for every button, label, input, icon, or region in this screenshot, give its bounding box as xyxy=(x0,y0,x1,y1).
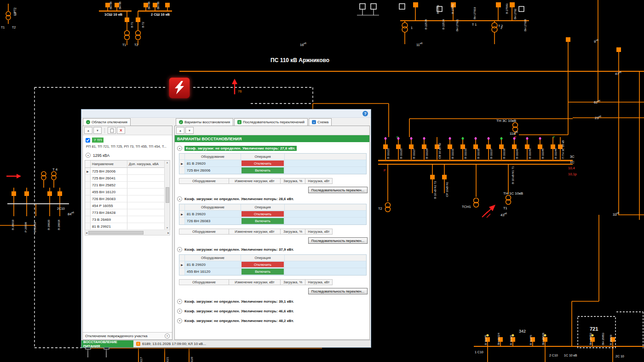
operations-table: ОборудованиеОперация▶81 В 29920Отключить… xyxy=(179,254,367,276)
switch-off-action[interactable]: Отключить xyxy=(242,161,284,166)
direction-row[interactable]: 455 ВН 16120 xyxy=(85,189,170,195)
hscroll-thumb[interactable] xyxy=(88,231,144,235)
restoration-dialog: ? • Области отключения ✓ Варианты восста… xyxy=(81,109,371,348)
load-column-header: Нагрузка, кВт xyxy=(305,280,332,285)
switching-sequence-button[interactable]: Последовательность переключ... xyxy=(308,288,368,294)
switch-on-action[interactable]: Включить xyxy=(242,218,284,224)
list-icon: ≡ xyxy=(237,120,242,124)
restoration-variant: ▼Коэф. загрузки: не определен. Увеличени… xyxy=(175,309,369,314)
outage-area-checkbox[interactable] xyxy=(86,138,90,143)
options-up-button[interactable]: ▲ xyxy=(176,127,184,134)
options-toolbar: ▲ ▼ xyxy=(175,126,369,135)
delete-icon[interactable]: × xyxy=(117,127,125,134)
operation-row[interactable]: 726 ВН 26083Включить xyxy=(179,218,366,224)
expand-variant-icon[interactable]: ▼ xyxy=(177,318,182,323)
outage-area-description: РП 81, ТП 721, ТП 725, РП 73, ТП 455, ТП… xyxy=(86,144,170,149)
expand-variant-icon[interactable]: ▼ xyxy=(177,299,182,304)
load-column-header: Изменение нагрузки, кВт xyxy=(229,229,281,234)
dialog-titlebar: ? xyxy=(81,109,371,118)
collapse-variant-icon[interactable]: ▲ xyxy=(177,196,182,201)
operation-row[interactable]: ▶81 В 29920Отключить xyxy=(179,160,366,167)
expand-variant-icon[interactable]: ▼ xyxy=(177,309,182,314)
tab-restoration-options[interactable]: ✓ Варианты восстановления xyxy=(176,118,233,126)
direction-row[interactable]: 726 ВН 26083 xyxy=(85,195,170,202)
direction-row[interactable]: 721 ВН 25852 xyxy=(85,182,170,189)
switch-off-action[interactable]: Отключить xyxy=(242,262,284,267)
vertical-scrollbar[interactable]: ▲ ▼ xyxy=(164,161,170,230)
scroll-right-icon[interactable]: ▶ xyxy=(167,231,169,234)
capacity-row: ▲ 1295 кВА xyxy=(86,153,172,158)
variant-title[interactable]: Коэф. загрузки: не определен. Увеличение… xyxy=(184,197,294,201)
direction-row[interactable]: ▶725 ВН 26006 xyxy=(85,168,170,175)
tab-switching-sequence-label: Последовательность переключений xyxy=(243,120,305,124)
operation-row[interactable]: ▶81 В 29920Отключить xyxy=(179,261,366,268)
variant-title[interactable]: Коэф. загрузки: не определен. Увеличение… xyxy=(184,299,294,304)
variant-title[interactable]: Коэф. загрузки: не определен. Увеличение… xyxy=(184,309,294,313)
move-down-button[interactable]: ▼ xyxy=(93,127,102,134)
variant-title[interactable]: Коэф. загрузки: не определен. Увеличение… xyxy=(184,247,294,252)
status-bar: ВОССТАНОВЛЕНИЕ ПИТАНИЯ ! 6189; 13.01.202… xyxy=(81,340,371,347)
operation-row[interactable]: 455 ВН 16120Включить xyxy=(179,268,366,275)
direction-row[interactable]: 73 В 26469 xyxy=(85,216,170,223)
variant-title[interactable]: Коэф. загрузки: не определен. Увеличение… xyxy=(184,319,294,323)
load-column-header: Доп. нагрузка, кВА xyxy=(127,161,164,167)
move-up-button[interactable]: ▲ xyxy=(84,127,92,134)
expand-footer-icon[interactable]: ▼ xyxy=(165,333,170,339)
load-column-header: Оборудование xyxy=(179,280,229,285)
tab-scheme[interactable]: + Схема xyxy=(309,118,332,126)
restoration-variant: ▲Коэф. загрузки: не определен. Увеличени… xyxy=(175,146,369,193)
panel-footer: Отключение поврежденного участка ▼ xyxy=(83,332,172,339)
switching-sequence-button[interactable]: Последовательность переключ... xyxy=(308,237,368,244)
direction-row[interactable]: 454 Р 16055 xyxy=(85,202,170,209)
screen: ШРТ2Т1Т2ВН 88ВН 88ВН 88ВН 881СШ 10 кВ2 С… xyxy=(0,0,644,362)
directions-table: Направление Доп. нагрузка, кВА ▶725 ВН 2… xyxy=(85,160,170,230)
copy-icon[interactable] xyxy=(108,127,116,134)
switch-on-action[interactable]: Включить xyxy=(242,167,284,173)
options-down-button[interactable]: ▼ xyxy=(185,127,194,134)
direction-row[interactable]: 81 В 29921 xyxy=(85,223,170,230)
direction-row[interactable]: 725 ВН 26041 xyxy=(85,175,170,182)
tab-scheme-label: Схема xyxy=(317,120,328,124)
collapse-variant-icon[interactable]: ▲ xyxy=(177,146,182,151)
restoration-options-panel: ▲ ▼ ВАРИАНТЫ ВОССТАНОВЛЕНИЯ ▲Коэф. загру… xyxy=(174,126,370,340)
collapse-variant-icon[interactable]: ▲ xyxy=(177,247,182,252)
restoration-variant: ▲Коэф. загрузки: не определен. Увеличени… xyxy=(175,196,369,244)
event-icon: ! xyxy=(136,342,140,346)
load-table-header: ОборудованиеИзменение нагрузки, кВтЗагру… xyxy=(179,178,333,184)
scroll-down-icon[interactable]: ▼ xyxy=(166,226,168,229)
load-column-header: Оборудование xyxy=(179,229,229,234)
switch-on-action[interactable]: Включить xyxy=(242,269,284,275)
capacity-value: 1295 кВА xyxy=(93,153,109,158)
scroll-up-icon[interactable]: ▲ xyxy=(166,161,168,164)
operation-row[interactable]: 725 ВН 26006Включить xyxy=(179,167,366,174)
damaged-section-action[interactable]: Отключение поврежденного участка xyxy=(85,334,148,338)
load-column-header: Загрузка, % xyxy=(281,178,305,184)
scheme-icon: + xyxy=(312,120,316,124)
switching-sequence-button[interactable]: Последовательность переключ... xyxy=(308,187,368,193)
check-icon: ✓ xyxy=(179,120,183,124)
outage-area-label[interactable]: 7 ТП xyxy=(92,138,104,143)
tab-switching-sequence[interactable]: ≡ Последовательность переключений xyxy=(234,118,308,126)
outage-area-item[interactable]: 7 ТП xyxy=(86,138,172,143)
operations-table: ОборудованиеОперация▶81 В 29920Отключить… xyxy=(179,204,367,225)
tab-restoration-options-label: Варианты восстановления xyxy=(184,120,230,124)
operation-row[interactable]: ▶81 В 29920Отключить xyxy=(179,211,366,218)
direction-column-header: Направление xyxy=(91,161,127,167)
scroll-left-icon[interactable]: ◀ xyxy=(86,231,87,234)
tab-outage-areas-label: Области отключения xyxy=(92,120,127,124)
variant-title[interactable]: Коэф. загрузки: не определен. Увеличение… xyxy=(184,146,297,151)
switch-off-action[interactable]: Отключить xyxy=(242,211,284,217)
directions-table-header: Направление Доп. нагрузка, кВА xyxy=(85,161,170,168)
fault-lightning-icon[interactable] xyxy=(169,77,190,98)
help-icon[interactable]: ? xyxy=(362,111,368,116)
operations-table: ОборудованиеОперация▶81 В 29920Отключить… xyxy=(179,153,367,174)
options-header: ВАРИАНТЫ ВОССТАНОВЛЕНИЯ xyxy=(175,135,369,142)
load-column-header: Изменение нагрузки, кВт xyxy=(229,280,281,285)
outage-areas-icon: • xyxy=(86,120,90,124)
collapse-icon[interactable]: ▲ xyxy=(86,153,91,158)
tab-outage-areas[interactable]: • Области отключения xyxy=(83,118,131,126)
clipboard-icon xyxy=(110,128,114,133)
horizontal-scrollbar[interactable]: ◀ ▶ xyxy=(85,230,170,236)
scroll-thumb[interactable] xyxy=(166,187,169,203)
direction-row[interactable]: 773 ВН 28428 xyxy=(85,209,170,216)
